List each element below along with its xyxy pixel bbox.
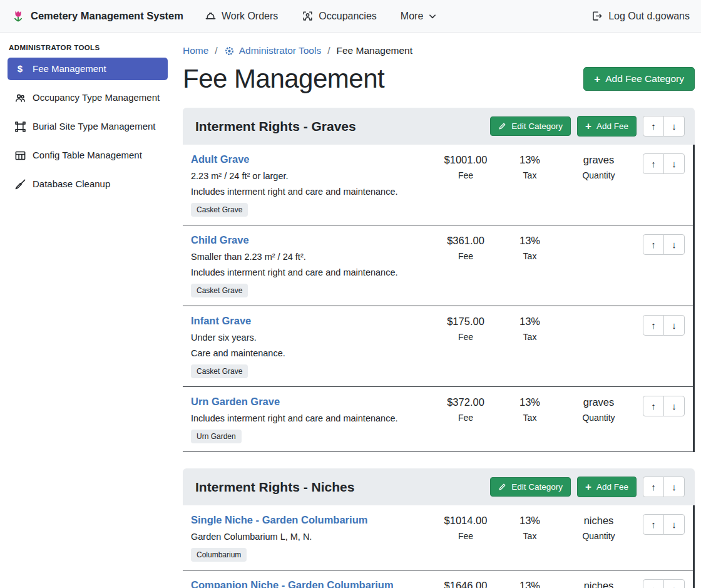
fee-amount: $1001.00 [431,154,500,166]
nav-work-orders-label: Work Orders [222,11,278,22]
fee-amount: $1014.00 [431,515,500,527]
fee-description: Includes interment right and care and ma… [191,187,426,197]
primary-nav: Work Orders Occupancies More [205,10,437,22]
edit-category-button[interactable]: Edit Category [490,477,571,497]
fee-name-link[interactable]: Infant Grave [191,315,251,326]
tax-label: Tax [500,251,560,261]
fee-move-up-button[interactable]: ↑ [643,396,664,416]
category-move-up-button[interactable]: ↑ [643,116,664,137]
fee-move-down-button[interactable]: ↓ [663,514,685,535]
breadcrumb: Home / Administrator Tools / Fee Managem… [183,33,695,59]
sidebar-item-fee-management[interactable]: $ Fee Management [8,58,168,80]
admin-sidebar: ADMINISTRATOR TOOLS $ Fee Management Occ… [0,33,175,588]
category-move-up-button[interactable]: ↑ [643,477,664,497]
fee-category-card: Interment Rights - Graves Edit Category … [183,108,695,452]
fee-move-down-button[interactable]: ↓ [663,315,685,336]
logout-link[interactable]: Log Out d.gowans [591,10,690,22]
pencil-icon [498,122,506,130]
tax-value: 13% [500,396,560,408]
tax-value: 13% [500,154,560,166]
tax-label: Tax [500,170,560,180]
tax-column: 13% Tax [500,153,560,180]
sidebar-item-config-table-management[interactable]: Config Table Management [8,144,168,167]
nav-more-label: More [401,11,423,22]
add-fee-button[interactable]: + Add Fee [577,116,637,137]
nav-more[interactable]: More [401,11,437,22]
breadcrumb-home-link[interactable]: Home [183,45,208,56]
breadcrumb-admin-tools-label: Administrator Tools [239,45,322,56]
fee-amount-column: $175.00 Fee [431,315,500,342]
add-fee-button[interactable]: + Add Fee [577,477,637,497]
quantity-column [560,315,638,320]
fee-description: Under six years. [191,333,426,343]
fee-move-up-button[interactable]: ↑ [643,514,664,535]
add-fee-category-button[interactable]: + Add Fee Category [583,67,695,91]
fee-label: Fee [431,251,500,261]
hard-hat-icon [205,10,217,22]
fee-amount-column: $1014.00 Fee [431,514,500,541]
fee-reorder-group: ↑ ↓ [643,234,685,255]
nav-work-orders[interactable]: Work Orders [205,10,278,22]
tax-label: Tax [500,332,560,342]
category-move-down-button[interactable]: ↓ [663,116,685,137]
vector-square-icon [14,121,26,133]
category-reorder-group: ↑ ↓ [643,116,685,137]
fee-name-link[interactable]: Child Grave [191,234,249,245]
fee-move-down-button[interactable]: ↓ [663,579,685,588]
fee-label: Fee [431,332,500,342]
fee-move-up-button[interactable]: ↑ [643,315,664,336]
fee-name-link[interactable]: Single Niche - Garden Columbarium [191,514,367,525]
add-fee-label: Add Fee [596,121,628,131]
category-move-down-button[interactable]: ↓ [663,477,685,497]
sidebar-item-occupancy-type-management[interactable]: Occupancy Type Management [8,86,168,109]
fee-list: Single Niche - Garden Columbarium Garden… [183,505,695,588]
down-arrow-icon: ↓ [672,320,677,331]
up-arrow-icon: ↑ [651,121,656,132]
down-arrow-icon: ↓ [672,158,677,169]
app-title: Cemetery Management System [31,10,183,22]
fee-move-down-button[interactable]: ↓ [663,234,685,255]
quantity-value: niches [560,580,638,588]
plus-icon: + [594,74,600,85]
breadcrumb-current: Fee Management [337,45,413,56]
sidebar-item-label: Occupancy Type Management [33,91,160,104]
fee-row: Infant Grave Under six years. Care and m… [183,306,695,387]
breadcrumb-home-label: Home [183,45,208,56]
sidebar-item-burial-site-type-management[interactable]: Burial Site Type Management [8,115,168,138]
category-reorder-group: ↑ ↓ [643,477,685,497]
up-arrow-icon: ↑ [651,158,656,169]
up-arrow-icon: ↑ [651,320,656,331]
sidebar-item-database-cleanup[interactable]: Database Cleanup [8,173,168,195]
fee-move-down-button[interactable]: ↓ [663,153,685,174]
tax-column: 13% Tax [500,396,560,423]
down-arrow-icon: ↓ [672,239,677,250]
fee-move-up-button[interactable]: ↑ [643,579,664,588]
fee-row: Child Grave Smaller than 2.23 m² / 24 ft… [183,225,695,306]
plus-icon: + [585,482,591,492]
sidebar-item-label: Database Cleanup [33,178,110,190]
app-brand[interactable]: Cemetery Management System [11,9,183,23]
nav-occupancies[interactable]: Occupancies [302,10,377,22]
edit-category-button[interactable]: Edit Category [490,116,571,136]
fee-move-up-button[interactable]: ↑ [643,153,664,174]
fee-name-link[interactable]: Urn Garden Grave [191,396,280,407]
quantity-label: Quantity [560,413,638,423]
fee-tag: Urn Garden [191,430,242,443]
fee-amount: $372.00 [431,396,500,408]
logout-icon [591,10,603,22]
fee-row: Companion Niche - Garden Columbarium Gar… [183,570,695,588]
fee-name-link[interactable]: Adult Grave [191,153,250,165]
fee-name-link[interactable]: Companion Niche - Garden Columbarium [191,579,394,588]
breadcrumb-admin-tools-link[interactable]: Administrator Tools [224,45,322,56]
fee-description: Care and maintenance. [191,348,426,358]
fee-move-up-button[interactable]: ↑ [643,234,664,255]
down-arrow-icon: ↓ [672,482,677,492]
main-content: Home / Administrator Tools / Fee Managem… [175,33,701,588]
up-arrow-icon: ↑ [651,401,656,411]
fee-tag: Columbarium [191,548,247,562]
category-title: Interment Rights - Niches [195,480,354,495]
fee-move-down-button[interactable]: ↓ [663,396,685,416]
quantity-column: niches Quantity [560,514,638,541]
tax-value: 13% [500,515,560,527]
down-arrow-icon: ↓ [672,401,677,411]
